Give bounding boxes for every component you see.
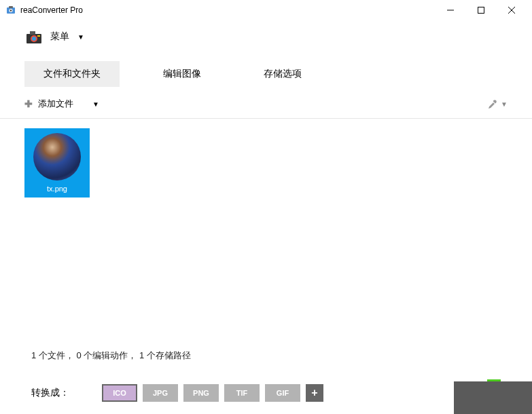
- file-thumbnail: [33, 133, 81, 181]
- tab-storage[interactable]: 存储选项: [245, 61, 321, 87]
- format-ico-button[interactable]: ICO: [102, 384, 137, 402]
- tab-bar: 文件和文件夹 编辑图像 存储选项: [0, 61, 532, 87]
- tab-files[interactable]: 文件和文件夹: [24, 61, 120, 87]
- menu-dropdown-icon[interactable]: ▼: [77, 33, 84, 41]
- close-button[interactable]: [496, 0, 527, 20]
- chevron-down-icon: ▼: [501, 100, 508, 108]
- titlebar: reaConverter Pro: [0, 0, 532, 20]
- toolbar: ✚ 添加文件 ▼ ▼: [0, 90, 532, 119]
- file-grid: tx.png: [0, 119, 532, 350]
- svg-rect-12: [37, 35, 40, 37]
- status-bar: 1 个文件， 0 个编辑动作， 1 个存储路径: [0, 350, 532, 362]
- wrench-icon: [487, 98, 498, 109]
- file-item[interactable]: tx.png: [24, 128, 90, 197]
- svg-point-3: [10, 10, 12, 11]
- format-png-button[interactable]: PNG: [183, 384, 219, 402]
- format-jpg-button[interactable]: JPG: [143, 384, 178, 402]
- tab-edit[interactable]: 编辑图像: [144, 61, 220, 87]
- window-title: reaConverter Pro: [20, 5, 435, 15]
- svg-rect-9: [30, 31, 35, 35]
- convert-bar: 转换成： ICO JPG PNG TIF GIF +: [0, 370, 532, 414]
- maximize-button[interactable]: [465, 0, 496, 20]
- format-add-button[interactable]: +: [306, 384, 323, 402]
- format-tif-button[interactable]: TIF: [224, 384, 260, 402]
- convert-label: 转换成：: [31, 387, 69, 399]
- menu-bar: 菜单 ▼: [0, 20, 532, 53]
- minimize-button[interactable]: [435, 0, 465, 20]
- camera-icon: [24, 29, 43, 45]
- menu-button[interactable]: 菜单: [50, 31, 69, 43]
- chevron-down-icon: ▼: [92, 100, 99, 108]
- plus-icon: ✚: [24, 98, 33, 109]
- svg-rect-1: [9, 6, 13, 8]
- add-file-button[interactable]: ✚ 添加文件 ▼: [24, 95, 99, 113]
- settings-button[interactable]: ▼: [487, 98, 508, 109]
- add-file-label: 添加文件: [38, 98, 73, 110]
- svg-point-11: [32, 37, 36, 41]
- format-buttons: ICO JPG PNG TIF GIF +: [102, 384, 323, 402]
- format-gif-button[interactable]: GIF: [265, 384, 300, 402]
- svg-rect-5: [478, 7, 484, 14]
- app-icon: [5, 5, 16, 16]
- file-name: tx.png: [47, 185, 67, 193]
- bottom-right-panel: [454, 381, 532, 414]
